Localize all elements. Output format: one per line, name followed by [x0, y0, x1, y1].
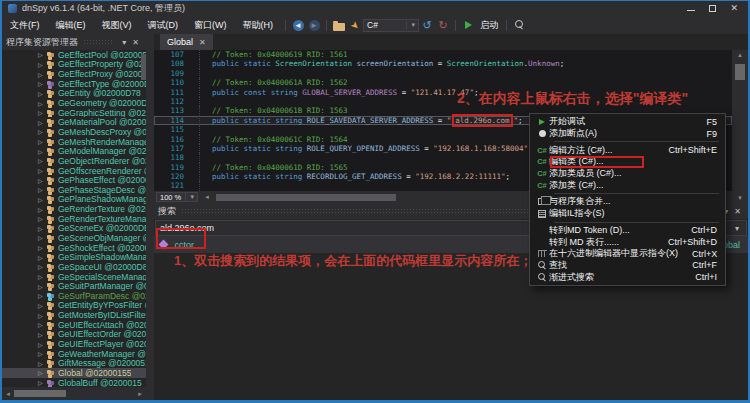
scroll-left-icon[interactable]: ◂ [2, 390, 14, 398]
tree-item[interactable]: ▷ Global @02000155 [2, 368, 146, 378]
expander-icon[interactable]: ▷ [38, 292, 46, 299]
expander-icon[interactable]: ▷ [38, 157, 46, 164]
expander-icon[interactable]: ▷ [38, 283, 46, 290]
menubar-item[interactable]: 视图(V) [94, 17, 140, 34]
tree-item[interactable]: ▷ GePhaseStageDesc @0 [2, 185, 146, 195]
undo-button[interactable]: ↺ [419, 18, 435, 32]
tree-item[interactable]: ▷ GePlaneShadowManag [2, 195, 146, 205]
expander-icon[interactable]: ▷ [38, 234, 46, 241]
tree-item[interactable]: ▷ GeSurfParamDesc @02 [2, 291, 146, 301]
tree-item[interactable]: ▷ GeSpecialSceneManage [2, 272, 146, 282]
code-line[interactable]: 109 [154, 69, 732, 78]
tree-item[interactable]: ▷ GeMeshDescProxy @02 [2, 127, 146, 137]
context-menu-item[interactable]: 与程序集合并... [530, 196, 725, 208]
context-menu-item[interactable]: C# 编辑类 (C#)... [530, 156, 725, 168]
tree-item[interactable]: ▷ GeGeometry @02000D7 [2, 98, 146, 108]
code-line[interactable]: 110 // Token: 0x0400061A RID: 1562 [154, 78, 732, 87]
tree-item[interactable]: ▷ GePhaseEffect @02000 [2, 175, 146, 185]
tree-vertical-scrollbar[interactable] [141, 50, 146, 110]
editor-vertical-scrollbar[interactable]: ▴ ▾ [732, 50, 748, 203]
expander-icon[interactable]: ▷ [38, 206, 46, 213]
expander-icon[interactable]: ▷ [38, 360, 46, 367]
minimize-icon[interactable] [687, 10, 695, 11]
context-menu-item[interactable]: 转到 MD 表行...... Ctrl+Shift+D [530, 236, 725, 248]
scrollbar-thumb[interactable] [735, 64, 745, 80]
code-line[interactable]: 108 public static ScreenOrientation scre… [154, 59, 732, 68]
scroll-up-icon[interactable]: ▴ [732, 51, 748, 59]
context-menu-item[interactable]: 编辑IL指令(S) [530, 208, 725, 220]
expander-icon[interactable]: ▷ [38, 109, 46, 116]
tree-item[interactable]: ▷ GeOffscreenRenderer @ [2, 166, 146, 176]
expander-icon[interactable]: ▷ [38, 321, 46, 328]
go-to-entrypoint-button[interactable]: ➤ [347, 18, 363, 32]
close-tab-icon[interactable]: ✕ [199, 38, 206, 47]
chevron-down-icon[interactable]: ▾ [119, 38, 129, 47]
menubar-item[interactable]: 帮助(H) [235, 17, 282, 34]
expander-icon[interactable]: ▷ [38, 225, 46, 232]
fulltext-search-button[interactable] [511, 18, 527, 32]
context-menu-item[interactable]: 开始调试 F5 [530, 116, 725, 128]
tree-item[interactable]: ▷ GeShockEffect @02000 [2, 243, 146, 253]
tree-item[interactable]: ▷ GeRenderTextureMana [2, 214, 146, 224]
open-file-button[interactable] [331, 18, 347, 32]
expander-icon[interactable]: ▷ [38, 331, 46, 338]
scroll-left-icon[interactable]: ◂ [201, 193, 213, 201]
scroll-down-icon[interactable]: ▾ [732, 194, 748, 202]
menubar-item[interactable]: 调试(D) [140, 17, 187, 34]
tree-item[interactable]: ▷ GeModelManager @02 [2, 146, 146, 156]
scrollbar-thumb[interactable] [14, 390, 66, 397]
tree-item[interactable]: ▷ GlobalBuff @0200015 [2, 378, 146, 387]
menubar-item[interactable]: 文件(F) [2, 17, 48, 34]
zoom-combobox[interactable]: 100 % ▾ [156, 192, 198, 202]
expander-icon[interactable]: ▷ [38, 71, 46, 78]
menubar-item[interactable]: 编辑(E) [48, 17, 94, 34]
tree-item[interactable]: ▷ GeUIEffectOrder @020 [2, 330, 146, 340]
expander-icon[interactable]: ▷ [38, 148, 46, 155]
close-icon[interactable]: ✕ [730, 4, 738, 13]
tab-global[interactable]: Global ✕ [160, 34, 213, 50]
start-debug-button[interactable] [460, 18, 476, 32]
expander-icon[interactable]: ▷ [38, 90, 46, 97]
expander-icon[interactable]: ▷ [38, 61, 46, 68]
context-menu-item[interactable]: 转到MD Token (D)... Ctrl+D [530, 225, 725, 237]
tree-item[interactable]: ▷ GeSuitPartManager @0 [2, 281, 146, 291]
tree-item[interactable]: ▷ GetMosterByIDListFilter [2, 310, 146, 320]
expander-icon[interactable]: ▷ [38, 215, 46, 222]
tree-item[interactable]: ▷ GeGraphicSetting @020 [2, 108, 146, 118]
tree-item[interactable]: ▷ GeSimpleShadowMana [2, 252, 146, 262]
expander-icon[interactable]: ▷ [38, 341, 46, 348]
tree-item[interactable]: ▷ GeSpaceUI @02000D81 [2, 262, 146, 272]
expander-icon[interactable]: ▷ [38, 80, 46, 87]
expander-icon[interactable]: ▷ [38, 177, 46, 184]
expander-icon[interactable]: ▷ [38, 350, 46, 357]
redo-button[interactable]: ↻ [435, 18, 451, 32]
scroll-right-icon[interactable]: ▸ [134, 390, 146, 398]
close-panel-icon[interactable]: ✕ [129, 38, 142, 47]
scrollbar-thumb[interactable] [216, 194, 396, 201]
context-menu-item[interactable]: 渐进式搜索 Ctrl+I [530, 271, 725, 283]
context-menu-item[interactable]: C# 添加类 (C#)... [530, 179, 725, 191]
close-panel-icon[interactable]: ✕ [731, 207, 744, 216]
expander-icon[interactable]: ▷ [38, 51, 46, 58]
tree-horizontal-scrollbar[interactable]: ◂ ▸ [2, 387, 146, 400]
context-menu-item[interactable]: 添加断点(A) F9 [530, 128, 725, 140]
expander-icon[interactable]: ▷ [38, 167, 46, 174]
menubar-item[interactable]: 窗口(W) [186, 17, 235, 34]
tree-item[interactable]: ▷ GeSceneObjManager @ [2, 233, 146, 243]
expander-icon[interactable]: ▷ [38, 369, 46, 376]
context-menu-item[interactable]: C# 编辑方法 (C#)... Ctrl+Shift+E [530, 144, 725, 156]
tree-item[interactable]: ▷ GeObjectRenderer @02 [2, 156, 146, 166]
tree-item[interactable]: ▷ GiftMessage @0200051 [2, 359, 146, 369]
expander-icon[interactable]: ▷ [38, 312, 46, 319]
context-menu-item[interactable]: C# 添加类成员 (C#)... [530, 168, 725, 180]
tree-item[interactable]: ▷ GeEntity @02000D78 [2, 89, 146, 99]
start-button-label[interactable]: 启动 [476, 19, 502, 32]
expander-icon[interactable]: ▷ [38, 263, 46, 270]
code-line[interactable]: 107 // Token: 0x04000619 RID: 1561 [154, 50, 732, 59]
language-combobox[interactable]: C# ▾ [363, 19, 419, 32]
tree-item[interactable]: ▷ GeEffectProperty @020 [2, 60, 146, 70]
tree-item[interactable]: ▷ GeEffectProxy @020000 [2, 69, 146, 79]
expander-icon[interactable]: ▷ [38, 379, 46, 386]
navigate-back-button[interactable]: ◄ [290, 18, 306, 32]
tree-item[interactable]: ▷ GeMeshRenderManage [2, 137, 146, 147]
